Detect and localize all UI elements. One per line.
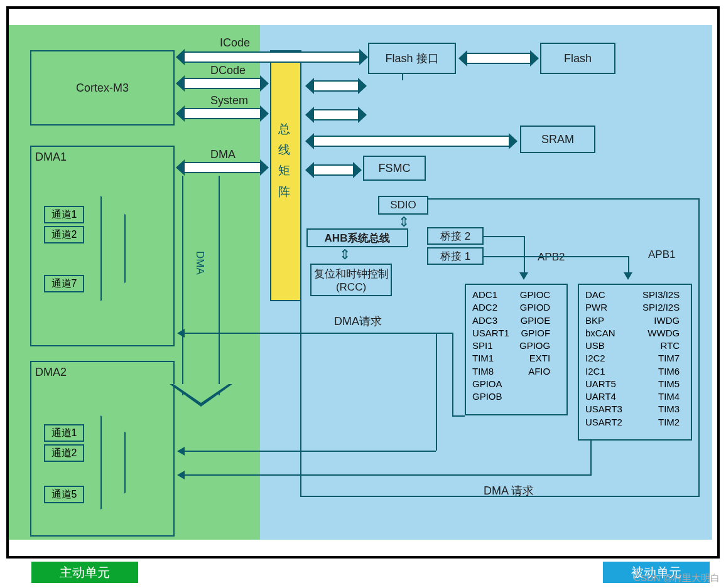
- cortex-m3-block: Cortex-M3: [30, 50, 175, 126]
- dma-arrow: [185, 162, 260, 173]
- dma1-ch1: 通道1: [44, 206, 84, 223]
- bottom-frame-line: [300, 496, 700, 497]
- sdio-block: SDIO: [378, 196, 428, 215]
- flashif-matrix-arrow: [314, 80, 358, 92]
- sram-block: SRAM: [520, 126, 595, 153]
- cortex-m3-label: Cortex-M3: [76, 82, 129, 95]
- dma-req-v2: [436, 333, 437, 451]
- dma-bus-label: DMA: [210, 148, 236, 161]
- sdio-arrow: ⇕: [398, 218, 409, 225]
- ahb-bus-block: AHB系统总线: [306, 228, 408, 247]
- bridge2-label: 桥接 2: [440, 229, 470, 243]
- apb2-label: APB2: [538, 251, 565, 264]
- dma2-ch1: 通道1: [44, 424, 84, 442]
- stub2: [452, 415, 465, 417]
- dma-req-arrow-2: [177, 447, 185, 456]
- sdio-top-line: [428, 198, 698, 200]
- active-unit-tag: 主动单元: [31, 562, 138, 583]
- ahb-bus-label: AHB系统总线: [325, 231, 391, 245]
- apb2-periph-block: ADC1ADC2ADC3USART1SPI1TIM1TIM8GPIOAGPIOB…: [465, 284, 568, 415]
- dma-req-top-label: DMA请求: [334, 314, 382, 329]
- dma-req-line-1: [185, 333, 452, 334]
- left-blue-frame: [300, 215, 301, 497]
- dma-req-v3: [590, 441, 592, 476]
- fsmc-arrow: [314, 164, 353, 176]
- apb1-line-v: [628, 256, 629, 274]
- sram-label: SRAM: [541, 133, 574, 146]
- apb1-col2: SPI3/I2SSPI2/I2SIWDGWWDGRTCTIM7TIM6TIM5T…: [636, 289, 680, 429]
- bridge2-line: [484, 236, 524, 237]
- dma-req-v1: [452, 333, 453, 415]
- matrix-out-arrow-1: [314, 109, 358, 120]
- dcode-label: DCode: [210, 64, 246, 77]
- bridge1-block: 桥接 1: [427, 247, 484, 265]
- icode-label: ICode: [220, 36, 250, 50]
- dma1-title: DMA1: [35, 151, 67, 164]
- bridge2-block: 桥接 2: [427, 227, 484, 245]
- dma-vert-channel: [182, 176, 220, 395]
- bridge1-line: [484, 256, 628, 257]
- apb2-line-v: [524, 236, 525, 274]
- apb2-arrow-down: [519, 272, 528, 280]
- right-frame-line: [698, 198, 700, 496]
- dma-big-arrow-inner: [173, 384, 229, 403]
- icode-arrow: [185, 51, 359, 63]
- fsmc-block: FSMC: [363, 156, 426, 181]
- sdio-label: SDIO: [390, 199, 416, 211]
- dma2-ch5: 通道5: [44, 486, 84, 503]
- rcc-label: 复位和时钟控制 (RCC): [312, 267, 391, 294]
- apb1-col1: DACPWRBKPbxCANUSBI2C2I2C1UART5UART4USART…: [585, 289, 633, 429]
- rcc-arrow: ⇕: [339, 251, 350, 258]
- active-unit-label: 主动单元: [60, 564, 110, 581]
- apb2-col1: ADC1ADC2ADC3USART1SPI1TIM1TIM8GPIOAGPIOB: [472, 289, 513, 403]
- flash-if-block: Flash 接口: [368, 43, 456, 74]
- flash-label: Flash: [564, 52, 592, 65]
- dma-req-arrow-3: [177, 471, 185, 479]
- flash-if-label: Flash 接口: [385, 51, 438, 66]
- bus-matrix-label: 总 线 矩 阵: [276, 113, 293, 184]
- sram-arrow: [314, 136, 509, 147]
- dma1-ch2: 通道2: [44, 226, 84, 243]
- apb2-col2: GPIOCGPIODGPIOEGPIOFGPIOGEXTIAFIO: [516, 289, 550, 378]
- watermark: CSDN @村里大明白: [634, 572, 720, 584]
- dma2-ch2: 通道2: [44, 444, 84, 462]
- system-arrow: [185, 108, 260, 119]
- rcc-block: 复位和时钟控制 (RCC): [310, 264, 392, 296]
- dma-req-line-3: [185, 474, 590, 476]
- flash-block: Flash: [540, 43, 615, 74]
- dma1-ch7: 通道7: [44, 275, 84, 292]
- dma-req-line-2: [185, 451, 436, 452]
- dma2-title: DMA2: [35, 366, 67, 379]
- fsmc-label: FSMC: [379, 162, 411, 175]
- system-label: System: [210, 94, 248, 107]
- dcode-arrow: [185, 78, 260, 89]
- flashif-flash-arrow: [467, 53, 530, 64]
- flashif-down-line: [402, 74, 403, 80]
- apb1-arrow-down: [624, 272, 632, 280]
- apb1-periph-block: DACPWRBKPbxCANUSBI2C2I2C1UART5UART4USART…: [578, 284, 692, 441]
- apb1-label: APB1: [648, 249, 675, 261]
- bridge1-label: 桥接 1: [440, 249, 470, 264]
